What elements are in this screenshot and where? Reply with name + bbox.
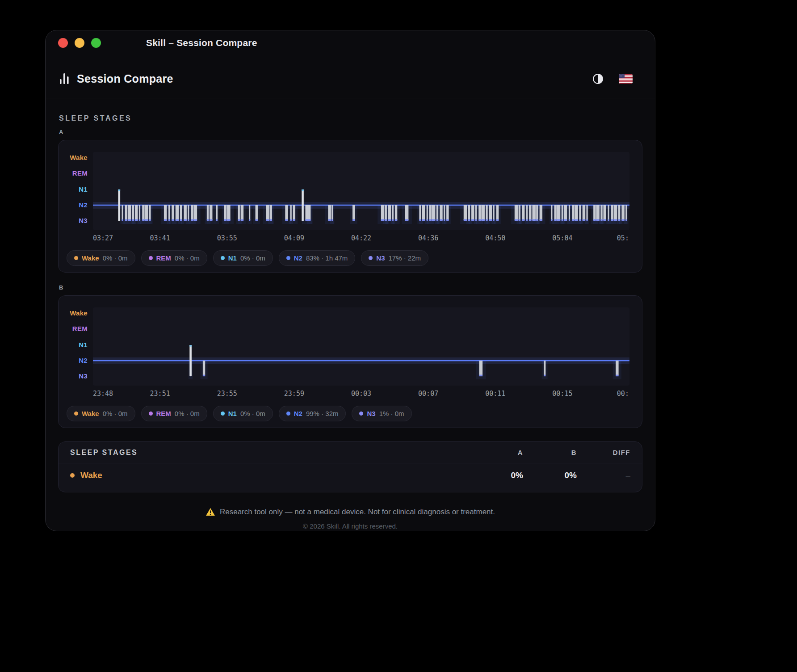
n3-dot-icon [369, 256, 373, 260]
x-axis-B: 23:4823:5123:5523:5900:0300:0700:1100:15… [93, 390, 629, 399]
y-label-n3: N3 [79, 217, 88, 224]
legend-stage-value: 17% · 22m [389, 254, 421, 262]
y-label-n2: N2 [79, 357, 88, 364]
table-title: SLEEP STAGES [70, 449, 470, 457]
hypnogram-card-A: WakeREMN1N2N303:2703:4103:5504:0904:2204… [58, 140, 642, 273]
plot-area-A: 03:2703:4103:5504:0904:2204:3604:5005:04… [93, 152, 629, 244]
legend-chip-n3[interactable]: N317% · 22m [361, 250, 428, 266]
x-tick: 03:27 [93, 234, 113, 242]
legend-stage-name: REM [156, 254, 171, 262]
window-title: Skill – Session Compare [146, 38, 257, 48]
legend-chip-n3[interactable]: N31% · 0m [352, 406, 411, 421]
x-tick: 00:03 [351, 390, 371, 398]
wake-dot-icon [74, 256, 78, 260]
legend-stage-value: 0% · 0m [240, 410, 265, 417]
app-window: Skill – Session Compare Session Compare [45, 30, 655, 531]
x-axis-A: 03:2703:4103:5504:0904:2204:3604:5005:04… [93, 234, 629, 244]
x-tick: 00:1 [617, 390, 629, 398]
legend-B: Wake0% · 0mREM0% · 0mN10% · 0mN299% · 32… [66, 406, 629, 421]
copyright: © 2026 Skill. All rights reserved. [58, 522, 642, 530]
legend-chip-rem[interactable]: REM0% · 0m [141, 406, 207, 421]
table-col-b: B [523, 449, 577, 456]
table-col-a: A [470, 449, 523, 456]
legend-stage-value: 0% · 0m [103, 254, 128, 262]
legend-stage-value: 0% · 0m [240, 254, 265, 262]
legend-chip-n1[interactable]: N10% · 0m [213, 406, 273, 421]
value-b: 0% [523, 470, 577, 480]
header-left: Session Compare [59, 72, 173, 85]
n1-dot-icon [221, 412, 225, 416]
x-tick: 03:41 [150, 234, 170, 242]
warning-icon [206, 508, 215, 517]
y-label-n2: N2 [79, 201, 88, 209]
main-content: SLEEP STAGES AWakeREMN1N2N303:2703:4103:… [46, 114, 655, 530]
table-body: Wake0%0%– [59, 463, 642, 487]
hypnogram-card-B: WakeREMN1N2N323:4823:5123:5523:5900:0300… [58, 295, 642, 428]
legend-stage-value: 83% · 1h 47m [306, 254, 348, 262]
stage-cell: Wake [70, 470, 470, 480]
y-label-n1: N1 [79, 341, 88, 349]
legend-stage-value: 0% · 0m [175, 410, 200, 417]
hypnogram-A [93, 152, 629, 230]
x-tick: 04:09 [284, 234, 304, 242]
legend-stage-name: N2 [294, 410, 302, 417]
x-tick: 04:36 [418, 234, 438, 242]
x-tick: 00:07 [418, 390, 438, 398]
legend-stage-name: REM [156, 410, 171, 417]
session-label-B: B [59, 284, 642, 291]
legend-stage-name: N3 [376, 254, 385, 262]
chart-grid-A: WakeREMN1N2N303:2703:4103:5504:0904:2204… [66, 152, 629, 244]
legend-stage-value: 0% · 0m [103, 410, 128, 417]
wake-dot-icon [74, 412, 78, 416]
sleep-stages-table: SLEEP STAGES A B DIFF Wake0%0%– [58, 441, 642, 492]
legend-stage-name: N1 [228, 410, 237, 417]
titlebar: Skill – Session Compare [46, 30, 655, 48]
x-tick: 04:22 [351, 234, 371, 242]
legend-chip-n1[interactable]: N10% · 0m [213, 250, 273, 266]
minimize-window-button[interactable] [75, 38, 84, 48]
legend-A: Wake0% · 0mREM0% · 0mN10% · 0mN283% · 1h… [66, 250, 629, 266]
x-tick: 04:50 [485, 234, 505, 242]
legend-stage-value: 99% · 32m [306, 410, 339, 417]
y-label-rem: REM [72, 169, 88, 177]
table-row-wake: Wake0%0%– [59, 463, 642, 487]
y-axis-A: WakeREMN1N2N3 [66, 152, 93, 230]
close-window-button[interactable] [58, 38, 68, 48]
n2-dot-icon [286, 256, 290, 260]
session-label-A: A [59, 129, 642, 135]
us-flag-icon[interactable] [619, 74, 633, 84]
y-label-n3: N3 [79, 372, 88, 380]
charts-container: AWakeREMN1N2N303:2703:4103:5504:0904:220… [58, 129, 642, 428]
plot-area-B: 23:4823:5123:5523:5900:0300:0700:1100:15… [93, 307, 629, 399]
chart-grid-B: WakeREMN1N2N323:4823:5123:5523:5900:0300… [66, 307, 629, 399]
n3-dot-icon [359, 412, 363, 416]
bar-chart-icon [59, 72, 70, 85]
legend-chip-n2[interactable]: N283% · 1h 47m [279, 250, 356, 266]
section-title: SLEEP STAGES [59, 114, 642, 122]
rem-dot-icon [149, 412, 153, 416]
legend-stage-name: Wake [82, 254, 99, 262]
legend-chip-rem[interactable]: REM0% · 0m [141, 250, 207, 266]
chart-block-B: BWakeREMN1N2N323:4823:5123:5523:5900:030… [58, 284, 642, 428]
x-tick: 00:11 [485, 390, 505, 398]
legend-chip-n2[interactable]: N299% · 32m [279, 406, 346, 421]
y-axis-B: WakeREMN1N2N3 [66, 307, 93, 386]
x-tick: 23:55 [217, 390, 237, 398]
legend-chip-wake[interactable]: Wake0% · 0m [67, 406, 135, 421]
y-label-wake: Wake [70, 154, 88, 161]
value-diff: – [577, 470, 630, 480]
x-tick: 23:51 [150, 390, 170, 398]
legend-chip-wake[interactable]: Wake0% · 0m [67, 250, 135, 266]
legend-stage-name: N1 [228, 254, 237, 262]
y-label-rem: REM [72, 325, 88, 332]
theme-toggle-icon[interactable] [592, 73, 604, 84]
legend-stage-value: 1% · 0m [379, 410, 404, 417]
x-tick: 03:55 [217, 234, 237, 242]
disclaimer-text: Research tool only — not a medical devic… [220, 508, 495, 517]
n2-dot-icon [286, 412, 290, 416]
page-title: Session Compare [77, 72, 173, 85]
value-a: 0% [470, 470, 523, 480]
legend-stage-value: 0% · 0m [175, 254, 200, 262]
zoom-window-button[interactable] [91, 38, 101, 48]
legend-stage-name: N2 [294, 254, 302, 262]
